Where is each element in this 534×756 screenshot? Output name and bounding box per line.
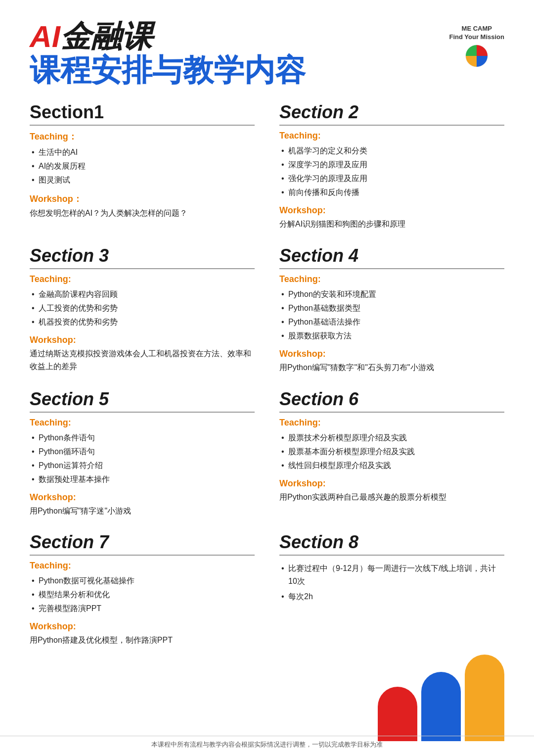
section1-workshop-label: Workshop： bbox=[30, 193, 255, 205]
section7-block: Section 7 Teaching: Python数据可视化基础操作 模型结果… bbox=[30, 532, 255, 647]
list-item: 深度学习的原理及应用 bbox=[279, 158, 504, 172]
title-line1: AI金融课 bbox=[30, 20, 306, 53]
list-item: 完善模型路演PPT bbox=[30, 602, 255, 615]
section5-teaching-label: Teaching: bbox=[30, 418, 255, 428]
list-item: Python基础数据类型 bbox=[279, 301, 504, 315]
list-item: Python的安装和环境配置 bbox=[279, 287, 504, 301]
title-ai: AI bbox=[30, 19, 60, 53]
section4-block: Section 4 Teaching: Python的安装和环境配置 Pytho… bbox=[279, 245, 504, 374]
list-item: 股票数据获取方法 bbox=[279, 329, 504, 343]
section5-teaching-list: Python条件语句 Python循环语句 Python运算符介绍 数据预处理基… bbox=[30, 431, 255, 486]
list-item: 比赛过程中（9-12月）每一周进行一次线下/线上培训，共计10次 bbox=[279, 561, 504, 589]
section1-divider bbox=[30, 125, 255, 126]
list-item: Python循环语句 bbox=[30, 445, 255, 459]
section7-teaching-list: Python数据可视化基础操作 模型结果分析和优化 完善模型路演PPT bbox=[30, 574, 255, 615]
section4-teaching-list: Python的安装和环境配置 Python基础数据类型 Python基础语法操作… bbox=[279, 287, 504, 343]
section6-block: Section 6 Teaching: 股票技术分析模型原理介绍及实践 股票基本… bbox=[279, 389, 504, 518]
section8-block: Section 8 比赛过程中（9-12月）每一周进行一次线下/线上培训，共计1… bbox=[279, 532, 504, 647]
logo-area: ME CAMP Find Your Mission bbox=[449, 25, 504, 68]
section4-workshop-text: 用Python编写"猜数字"和"石头剪刀布"小游戏 bbox=[279, 361, 504, 374]
logo-text: ME CAMP Find Your Mission bbox=[449, 25, 504, 42]
content-grid: Section1 Teaching： 生活中的AI AI的发展历程 图灵测试 W… bbox=[30, 102, 504, 661]
shape-blue bbox=[421, 672, 461, 741]
list-item: 股票技术分析模型原理介绍及实践 bbox=[279, 431, 504, 445]
section3-workshop-label: Workshop: bbox=[30, 335, 255, 345]
page-container: AI金融课 课程安排与教学内容 ME CAMP Find Your Missio… bbox=[0, 0, 534, 756]
section7-workshop-text: 用Python搭建及优化模型，制作路演PPT bbox=[30, 634, 255, 647]
list-item: 人工投资的优势和劣势 bbox=[30, 301, 255, 315]
list-item: Python数据可视化基础操作 bbox=[30, 574, 255, 588]
section6-teaching-label: Teaching: bbox=[279, 418, 504, 428]
me-camp-logo-icon bbox=[464, 44, 489, 68]
section2-block: Section 2 Teaching: 机器学习的定义和分类 深度学习的原理及应… bbox=[279, 102, 504, 231]
section2-teaching-list: 机器学习的定义和分类 深度学习的原理及应用 强化学习的原理及应用 前向传播和反向… bbox=[279, 144, 504, 199]
list-item: Python条件语句 bbox=[30, 431, 255, 445]
section5-block: Section 5 Teaching: Python条件语句 Python循环语… bbox=[30, 389, 255, 518]
section3-workshop-text: 通过纳斯达克模拟投资游戏体会人工和机器投资在方法、效率和收益上的差异 bbox=[30, 347, 255, 373]
section6-workshop-text: 用Python实践两种自己最感兴趣的股票分析模型 bbox=[279, 491, 504, 504]
section8-divider bbox=[279, 555, 504, 556]
section7-divider bbox=[30, 555, 255, 556]
footer-note: 本课程中所有流程与教学内容会根据实际情况进行调整，一切以完成教学目标为准 bbox=[0, 736, 534, 749]
section2-workshop-label: Workshop: bbox=[279, 205, 504, 216]
title-finance: 金融课 bbox=[60, 19, 152, 53]
section3-divider bbox=[30, 268, 255, 269]
list-item: 线性回归模型原理介绍及实践 bbox=[279, 459, 504, 472]
section2-title: Section 2 bbox=[279, 102, 504, 123]
section3-title: Section 3 bbox=[30, 245, 255, 266]
section6-workshop-label: Workshop: bbox=[279, 478, 504, 489]
section3-teaching-label: Teaching: bbox=[30, 274, 255, 284]
title-subtitle: 课程安排与教学内容 bbox=[30, 53, 306, 87]
section2-teaching-label: Teaching: bbox=[279, 131, 504, 141]
section6-divider bbox=[279, 412, 504, 413]
list-item: Python运算符介绍 bbox=[30, 459, 255, 472]
list-item: 每次2h bbox=[279, 589, 504, 605]
shape-yellow bbox=[465, 655, 504, 741]
list-item: 强化学习的原理及应用 bbox=[279, 172, 504, 186]
section5-workshop-label: Workshop: bbox=[30, 492, 255, 503]
section8-list: 比赛过程中（9-12月）每一周进行一次线下/线上培训，共计10次 每次2h bbox=[279, 561, 504, 605]
section6-title: Section 6 bbox=[279, 389, 504, 410]
section4-title: Section 4 bbox=[279, 245, 504, 266]
list-item: 前向传播和反向传播 bbox=[279, 186, 504, 199]
list-item: AI的发展历程 bbox=[30, 159, 255, 173]
list-item: 生活中的AI bbox=[30, 145, 255, 159]
list-item: 数据预处理基本操作 bbox=[30, 472, 255, 486]
list-item: 金融高阶课程内容回顾 bbox=[30, 287, 255, 301]
section1-teaching-label: Teaching： bbox=[30, 131, 255, 142]
section5-title: Section 5 bbox=[30, 389, 255, 410]
section4-divider bbox=[279, 268, 504, 269]
list-item: 机器学习的定义和分类 bbox=[279, 144, 504, 158]
section1-block: Section1 Teaching： 生活中的AI AI的发展历程 图灵测试 W… bbox=[30, 102, 255, 231]
list-item: 图灵测试 bbox=[30, 173, 255, 187]
section2-workshop-text: 分解AI识别猫图和狗图的步骤和原理 bbox=[279, 218, 504, 231]
section6-teaching-list: 股票技术分析模型原理介绍及实践 股票基本面分析模型原理介绍及实践 线性回归模型原… bbox=[279, 431, 504, 472]
shape-red bbox=[378, 687, 417, 741]
section5-divider bbox=[30, 412, 255, 413]
section5-workshop-text: 用Python编写"猜字迷"小游戏 bbox=[30, 505, 255, 518]
list-item: 机器投资的优势和劣势 bbox=[30, 315, 255, 329]
decorative-shapes bbox=[378, 655, 504, 741]
section3-teaching-list: 金融高阶课程内容回顾 人工投资的优势和劣势 机器投资的优势和劣势 bbox=[30, 287, 255, 329]
list-item: 股票基本面分析模型原理介绍及实践 bbox=[279, 445, 504, 459]
section3-block: Section 3 Teaching: 金融高阶课程内容回顾 人工投资的优势和劣… bbox=[30, 245, 255, 374]
list-item: 模型结果分析和优化 bbox=[30, 588, 255, 602]
list-item: Python基础语法操作 bbox=[279, 315, 504, 329]
section7-teaching-label: Teaching: bbox=[30, 561, 255, 571]
section7-title: Section 7 bbox=[30, 532, 255, 553]
section4-workshop-label: Workshop: bbox=[279, 349, 504, 359]
header: AI金融课 课程安排与教学内容 ME CAMP Find Your Missio… bbox=[30, 20, 504, 87]
section1-title: Section1 bbox=[30, 102, 255, 123]
section1-workshop-text: 你想发明怎样的AI？为人类解决怎样的问题？ bbox=[30, 207, 255, 220]
section7-workshop-label: Workshop: bbox=[30, 621, 255, 632]
section1-teaching-list: 生活中的AI AI的发展历程 图灵测试 bbox=[30, 145, 255, 187]
header-title: AI金融课 课程安排与教学内容 bbox=[30, 20, 306, 87]
section8-title: Section 8 bbox=[279, 532, 504, 553]
section2-divider bbox=[279, 125, 504, 126]
section4-teaching-label: Teaching: bbox=[279, 274, 504, 284]
